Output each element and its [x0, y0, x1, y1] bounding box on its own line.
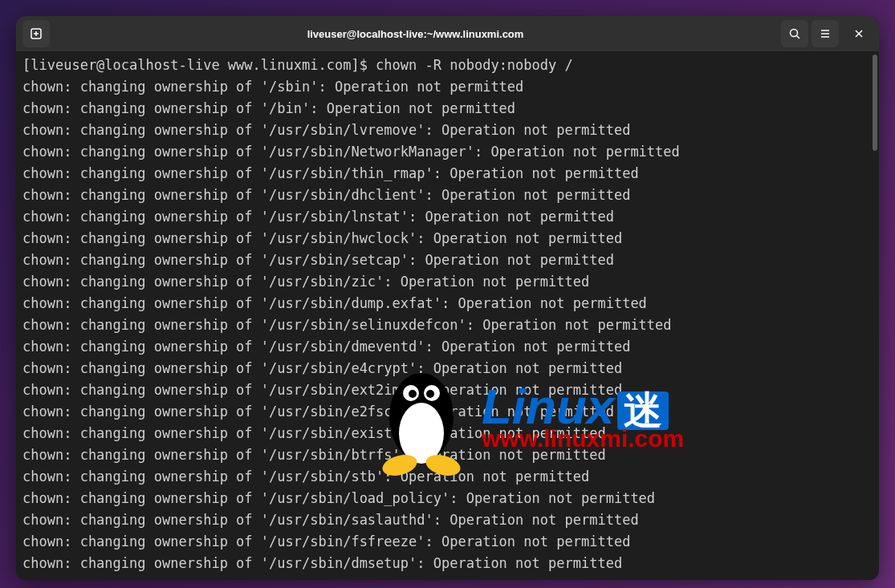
- output-line: chown: changing ownership of '/usr/sbin/…: [22, 533, 630, 549]
- titlebar: liveuser@localhost-live:~/www.linuxmi.co…: [16, 16, 879, 51]
- output-line: chown: changing ownership of '/usr/sbin/…: [22, 447, 606, 463]
- output-line: chown: changing ownership of '/sbin': Op…: [22, 79, 523, 95]
- output-line: chown: changing ownership of '/usr/sbin/…: [22, 339, 630, 355]
- output-line: chown: changing ownership of '/usr/sbin/…: [22, 360, 622, 376]
- search-icon: [788, 27, 801, 40]
- output-line: chown: changing ownership of '/usr/sbin/…: [22, 317, 672, 333]
- output-line: chown: changing ownership of '/usr/sbin/…: [22, 403, 614, 420]
- output-line: chown: changing ownership of '/usr/sbin/…: [22, 382, 622, 398]
- output-line: chown: changing ownership of '/usr/sbin/…: [22, 165, 639, 181]
- output-line: chown: changing ownership of '/usr/sbin/…: [22, 425, 606, 441]
- output-line: chown: changing ownership of '/usr/sbin/…: [22, 555, 622, 571]
- new-tab-button[interactable]: [22, 20, 50, 47]
- svg-point-3: [791, 30, 798, 37]
- terminal-window: liveuser@localhost-live:~/www.linuxmi.co…: [16, 16, 879, 580]
- output-line: chown: changing ownership of '/usr/sbin/…: [22, 512, 639, 528]
- titlebar-left: [22, 20, 50, 47]
- output-line: chown: changing ownership of '/bin': Ope…: [22, 100, 515, 116]
- output-line: chown: changing ownership of '/usr/sbin/…: [22, 252, 614, 268]
- output-line: chown: changing ownership of '/usr/sbin/…: [22, 187, 630, 203]
- search-button[interactable]: [781, 20, 808, 47]
- output-line: chown: changing ownership of '/usr/sbin/…: [22, 122, 630, 138]
- svg-line-4: [797, 36, 800, 39]
- output-line: chown: changing ownership of '/usr/sbin/…: [22, 274, 589, 290]
- shell-prompt: [liveuser@localhost-live www.linuxmi.com…: [22, 57, 376, 73]
- shell-command: chown -R nobody:nobody /: [376, 57, 573, 73]
- output-line: chown: changing ownership of '/usr/sbin/…: [22, 209, 614, 225]
- terminal-body[interactable]: [liveuser@localhost-live www.linuxmi.com…: [16, 51, 879, 580]
- output-line: chown: changing ownership of '/usr/sbin/…: [22, 468, 589, 485]
- titlebar-right: [781, 20, 873, 47]
- output-line: chown: changing ownership of '/usr/sbin/…: [22, 230, 622, 246]
- window-title: liveuser@localhost-live:~/www.linuxmi.co…: [50, 28, 781, 40]
- close-button[interactable]: [845, 20, 873, 47]
- output-line: chown: changing ownership of '/usr/sbin/…: [22, 295, 647, 311]
- hamburger-icon: [819, 27, 832, 40]
- close-icon: [853, 28, 864, 39]
- scrollbar[interactable]: [873, 55, 877, 151]
- output-line: chown: changing ownership of '/usr/sbin/…: [22, 144, 680, 160]
- terminal-content: [liveuser@localhost-live www.linuxmi.com…: [22, 55, 873, 574]
- menu-button[interactable]: [812, 20, 839, 47]
- output-line: chown: changing ownership of '/usr/sbin/…: [22, 490, 655, 506]
- prompt-line: [liveuser@localhost-live www.linuxmi.com…: [22, 57, 573, 73]
- plus-icon: [30, 27, 43, 40]
